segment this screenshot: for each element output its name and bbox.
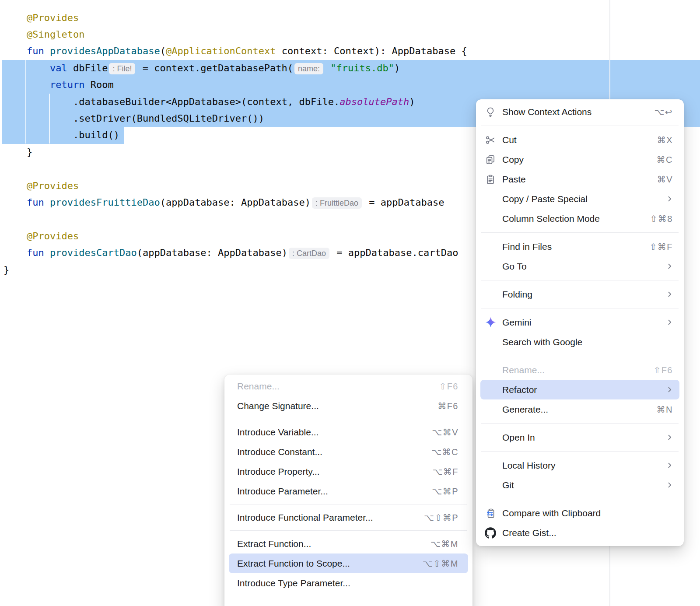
menu-item-label: Introduce Parameter... bbox=[237, 486, 328, 497]
code-token: "fruits.db" bbox=[330, 63, 394, 74]
menu-item-shortcut: ⌥⌘F bbox=[432, 466, 458, 477]
blank-icon bbox=[484, 479, 497, 492]
menu-item-label: Introduce Functional Parameter... bbox=[237, 512, 373, 523]
code-token bbox=[325, 63, 330, 74]
menu-item-shortcut: ⌥⌘V bbox=[432, 427, 458, 438]
menu-item-introduce-constant[interactable]: Introduce Constant...⌥⌘C bbox=[229, 442, 468, 462]
menu-item-shortcut: ⌥↩ bbox=[654, 107, 673, 117]
menu-item-extract-function-to-scope[interactable]: Extract Function to Scope...⌥⇧⌘M bbox=[229, 553, 468, 573]
menu-item-label: Introduce Variable... bbox=[237, 427, 318, 438]
code-line[interactable]: @Provides bbox=[4, 10, 79, 26]
menu-item-shortcut: ⌘V bbox=[657, 174, 673, 185]
inlay-hint: : CartDao bbox=[289, 248, 329, 259]
menu-item-rename[interactable]: Rename...⇧F6 bbox=[229, 376, 468, 396]
menu-item-cut[interactable]: Cut⌘X bbox=[480, 130, 679, 150]
submenu-chevron-icon bbox=[666, 434, 673, 441]
code-token: absolutePath bbox=[340, 96, 409, 107]
code-line[interactable]: val dbFile: File! = context.getDatabaseP… bbox=[4, 60, 400, 77]
menu-item-label: Gemini bbox=[502, 317, 532, 328]
menu-item-label: Column Selection Mode bbox=[502, 214, 600, 224]
menu-item-create-gist[interactable]: Create Gist... bbox=[480, 523, 679, 543]
code-token: context: Context): AppDatabase { bbox=[276, 46, 467, 56]
menu-item-label: Search with Google bbox=[502, 337, 582, 347]
menu-item-folding[interactable]: Folding bbox=[480, 284, 679, 304]
menu-separator bbox=[481, 126, 679, 126]
code-line[interactable]: } bbox=[4, 144, 32, 161]
menu-item-git[interactable]: Git bbox=[480, 475, 679, 495]
code-token: (appDatabase: AppDatabase) bbox=[160, 197, 311, 208]
code-token bbox=[4, 46, 27, 56]
menu-item-copy[interactable]: Copy⌘C bbox=[480, 150, 679, 169]
menu-item-paste[interactable]: Paste⌘V bbox=[480, 169, 679, 189]
code-line[interactable]: return Room bbox=[4, 77, 114, 93]
menu-item-gemini[interactable]: Gemini bbox=[480, 312, 679, 332]
menu-item-shortcut: ⇧⌘8 bbox=[650, 214, 673, 224]
menu-item-shortcut: ⌥⌘C bbox=[431, 447, 458, 457]
menu-item-open-in[interactable]: Open In bbox=[480, 427, 679, 447]
code-token: } bbox=[4, 147, 32, 158]
code-line[interactable]: @Provides bbox=[4, 178, 79, 194]
submenu-chevron-icon bbox=[666, 462, 673, 469]
menu-item-local-history[interactable]: Local History bbox=[480, 455, 679, 475]
github-icon bbox=[484, 526, 497, 539]
code-token bbox=[44, 46, 50, 56]
menu-item-generate[interactable]: Generate...⌘N bbox=[480, 399, 679, 419]
code-token bbox=[4, 180, 27, 191]
code-token bbox=[44, 197, 50, 208]
menu-item-copy-paste-special[interactable]: Copy / Paste Special bbox=[480, 189, 679, 209]
code-token: ) bbox=[394, 63, 400, 74]
menu-item-rename[interactable]: Rename...⇧F6 bbox=[480, 360, 679, 380]
menu-item-find-in-files[interactable]: Find in Files⇧⌘F bbox=[480, 237, 679, 256]
menu-item-shortcut: ⌥⌘M bbox=[430, 539, 458, 549]
menu-item-go-to[interactable]: Go To bbox=[480, 256, 679, 276]
menu-item-search-with-google[interactable]: Search with Google bbox=[480, 332, 679, 352]
code-line[interactable]: fun providesAppDatabase(@ApplicationCont… bbox=[4, 43, 467, 60]
code-token bbox=[4, 79, 50, 90]
menu-item-introduce-type-parameter[interactable]: Introduce Type Parameter... bbox=[229, 573, 468, 593]
menu-item-change-signature[interactable]: Change Signature...⌘F6 bbox=[229, 396, 468, 416]
code-line[interactable]: .build() bbox=[4, 127, 119, 144]
code-token bbox=[4, 247, 27, 258]
menu-separator bbox=[230, 504, 467, 504]
menu-item-introduce-parameter[interactable]: Introduce Parameter...⌥⌘P bbox=[229, 481, 468, 501]
code-token: @Provides bbox=[27, 231, 79, 242]
menu-item-shortcut: ⌘X bbox=[657, 135, 673, 145]
code-line[interactable]: .setDriver(BundledSQLiteDriver()) bbox=[4, 110, 264, 127]
code-token bbox=[44, 247, 50, 258]
blank-icon bbox=[484, 459, 497, 472]
menu-item-label: Rename... bbox=[237, 381, 280, 392]
code-line[interactable]: fun providesFruittieDao(appDatabase: App… bbox=[4, 194, 444, 211]
inlay-hint: : FruittieDao bbox=[312, 197, 362, 209]
code-token: fun bbox=[27, 197, 44, 208]
menu-item-extract-function[interactable]: Extract Function...⌥⌘M bbox=[229, 534, 468, 553]
menu-item-column-selection-mode[interactable]: Column Selection Mode⇧⌘8 bbox=[480, 209, 679, 228]
menu-item-introduce-variable[interactable]: Introduce Variable...⌥⌘V bbox=[229, 422, 468, 442]
code-token: dbFile bbox=[67, 63, 108, 74]
menu-item-show-context-actions[interactable]: Show Context Actions⌥↩ bbox=[480, 102, 679, 122]
submenu-chevron-icon bbox=[666, 386, 673, 393]
code-line[interactable]: @Provides bbox=[4, 228, 79, 245]
inlay-hint: : File! bbox=[109, 63, 135, 74]
code-line[interactable]: } bbox=[4, 262, 9, 278]
code-line[interactable]: @Singleton bbox=[4, 26, 84, 43]
menu-item-label: Go To bbox=[502, 261, 527, 272]
menu-item-label: Introduce Property... bbox=[237, 466, 320, 477]
code-token bbox=[4, 29, 27, 40]
menu-item-compare-with-clipboard[interactable]: Compare with Clipboard bbox=[480, 503, 679, 523]
paste-icon bbox=[484, 173, 497, 186]
code-token: ) bbox=[409, 96, 415, 107]
menu-item-introduce-property[interactable]: Introduce Property...⌥⌘F bbox=[229, 462, 468, 481]
menu-item-label: Extract Function to Scope... bbox=[237, 558, 350, 569]
menu-separator bbox=[481, 499, 679, 499]
code-line[interactable]: fun providesCartDao(appDatabase: AppData… bbox=[4, 245, 458, 261]
menu-item-label: Local History bbox=[502, 460, 555, 471]
code-token: fun bbox=[27, 247, 44, 258]
code-token bbox=[4, 63, 50, 74]
code-token: = appDatabase bbox=[363, 197, 444, 208]
menu-item-introduce-functional-parameter[interactable]: Introduce Functional Parameter...⌥⇧⌘P bbox=[229, 508, 468, 527]
menu-item-refactor[interactable]: Refactor bbox=[480, 380, 679, 399]
inlay-hint: name: bbox=[294, 63, 323, 74]
blank-icon bbox=[484, 364, 497, 377]
menu-item-label: Show Context Actions bbox=[502, 107, 592, 117]
code-line[interactable]: .databaseBuilder<AppDatabase>(context, d… bbox=[4, 94, 415, 110]
